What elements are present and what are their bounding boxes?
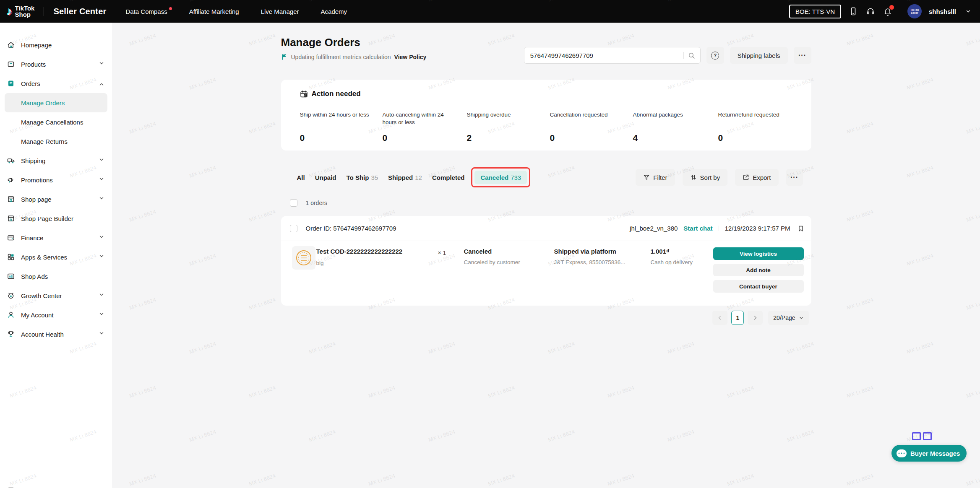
tracking-number[interactable]: J&T Express, 8550075836... [554, 259, 626, 265]
sidebar-item-shop-ads[interactable]: AD Shop Ads [0, 267, 112, 286]
start-chat-link[interactable]: Start chat [683, 225, 712, 232]
tab-shipped[interactable]: Shipped12 [388, 174, 422, 181]
chevron-down-icon [99, 157, 104, 164]
help-button[interactable]: ? [706, 47, 724, 64]
tab-completed[interactable]: Completed [432, 174, 465, 181]
sidebar-item-help-center[interactable]: ? Help Center [0, 481, 112, 488]
chevron-down-icon[interactable] [963, 6, 973, 16]
chevron-down-icon [99, 311, 104, 319]
megaphone-icon [7, 176, 15, 184]
storefront-icon [7, 195, 15, 203]
calendar-clock-icon [300, 90, 308, 98]
order-logistics-column: Shipped via platform J&T Express, 855007… [554, 248, 626, 265]
sidebar-item-shop-page-builder[interactable]: Shop Page Builder [0, 209, 112, 228]
support-headset-icon[interactable] [865, 6, 876, 16]
export-button[interactable]: Export [735, 169, 778, 186]
nav-affiliate-marketing[interactable]: Affiliate Marketing [189, 8, 239, 15]
toolbar-more-button[interactable]: ··· [786, 169, 803, 186]
seller-center-title[interactable]: Seller Center [53, 7, 106, 16]
credit-card-icon [7, 234, 15, 242]
more-icon: ··· [798, 52, 806, 59]
products-icon [7, 60, 15, 68]
order-checkbox[interactable] [290, 225, 297, 232]
metric-shipping-overdue[interactable]: Shipping overdue 2 [467, 111, 542, 119]
ad-badge-icon: AD [7, 272, 15, 280]
product-quantity: × 1 [438, 249, 446, 256]
tab-all[interactable]: All [297, 174, 305, 181]
sidebar-item-apps-services[interactable]: Apps & Services [0, 247, 112, 267]
chat-bubble-icon [897, 449, 907, 457]
mobile-app-icon[interactable] [848, 6, 858, 16]
filter-button[interactable]: Filter [636, 169, 675, 186]
nav-academy[interactable]: Academy [321, 8, 347, 15]
orders-count: 1 orders [306, 200, 327, 206]
nav-live-manager[interactable]: Live Manager [261, 8, 299, 15]
product-image[interactable] [292, 246, 315, 270]
tab-to-ship[interactable]: To Ship35 [347, 174, 378, 181]
bookmark-icon[interactable] [796, 224, 805, 233]
sidebar-item-my-account[interactable]: My Account [0, 305, 112, 324]
orders-icon [7, 79, 15, 88]
next-page-button[interactable] [748, 311, 763, 325]
sidebar-item-shop-page[interactable]: Shop page [0, 189, 112, 209]
page: ♪ TikTok Shop Seller Center Data Compass… [0, 0, 980, 488]
add-note-button[interactable]: Add note [713, 264, 804, 276]
topbar-right: BOE: TTS-VN TikTok Seller shhshslll [789, 0, 973, 23]
shipping-method: Shipped via platform [554, 248, 626, 255]
metric-abnormal-packages[interactable]: Abnormal packages 4 [633, 111, 709, 119]
sidebar-item-growth-center[interactable]: Growth Center [0, 286, 112, 305]
select-all-checkbox[interactable] [290, 199, 297, 207]
product-name[interactable]: Test COD-2222222222222222 [316, 248, 434, 255]
sidebar-item-promotions[interactable]: Promotions [0, 170, 112, 189]
sidebar-item-manage-orders[interactable]: Manage Orders [5, 93, 107, 112]
prev-page-button[interactable] [712, 311, 727, 325]
truck-icon [7, 156, 15, 165]
trophy-icon [7, 330, 15, 338]
sidebar-item-manage-cancellations[interactable]: Manage Cancellations [0, 112, 112, 132]
topbar-separator [900, 8, 900, 14]
metric-cancellation-requested[interactable]: Cancellation requested 0 [550, 111, 626, 119]
announcement-bar: Updating fulfillment metrics calculation… [281, 54, 427, 60]
buyer-name[interactable]: jhl_boe2_vn_380 [630, 225, 678, 232]
shipping-labels-button[interactable]: Shipping labels [730, 47, 788, 64]
metric-auto-canceling[interactable]: Auto-canceling within 24 hours or less 0 [383, 111, 458, 126]
sidebar-item-products[interactable]: Products [0, 55, 112, 74]
sidebar: Homepage Products Orders Manage Orders M… [0, 23, 112, 488]
tab-canceled[interactable]: Canceled 733 [474, 171, 527, 184]
nav-data-compass[interactable]: Data Compass [125, 8, 167, 15]
sidebar-item-account-health[interactable]: Account Health [0, 324, 112, 344]
sidebar-item-finance[interactable]: Finance [0, 228, 112, 247]
sort-arrows-icon [690, 174, 697, 181]
sidebar-item-shipping[interactable]: Shipping [0, 151, 112, 170]
page-size-select[interactable]: 20/Page [768, 311, 808, 325]
current-page[interactable]: 1 [731, 311, 744, 325]
avatar[interactable]: TikTok Seller [907, 4, 922, 18]
action-needed-title: Action needed [312, 90, 361, 98]
search-input[interactable] [529, 52, 679, 60]
sidebar-item-homepage[interactable]: Homepage [0, 35, 112, 55]
search-icon[interactable] [688, 52, 695, 59]
view-policy-link[interactable]: View Policy [394, 54, 427, 60]
chevron-down-icon [99, 176, 104, 184]
sort-button[interactable]: Sort by [683, 169, 728, 186]
topbar-divider [44, 7, 44, 16]
metric-ship-within-24h[interactable]: Ship within 24 hours or less 0 [300, 111, 375, 119]
username[interactable]: shhshslll [929, 8, 956, 15]
tab-unpaid[interactable]: Unpaid [315, 174, 336, 181]
sidebar-item-orders[interactable]: Orders [0, 74, 112, 93]
contact-buyer-button[interactable]: Contact buyer [713, 280, 804, 293]
order-search-box[interactable] [524, 47, 701, 64]
cod-seal-image [296, 250, 311, 265]
metric-return-refund[interactable]: Return/refund requested 0 [718, 111, 794, 119]
chevron-down-icon [99, 60, 104, 68]
widget-squares-icon[interactable] [912, 432, 932, 440]
env-badge[interactable]: BOE: TTS-VN [789, 5, 841, 18]
sidebar-item-manage-returns[interactable]: Manage Returns [0, 132, 112, 151]
main-content: Manage Orders Updating fulfillment metri… [112, 23, 980, 488]
view-logistics-button[interactable]: View logistics [713, 247, 804, 260]
tiktok-shop-logo[interactable]: ♪ TikTok Shop [7, 5, 34, 18]
search-divider [683, 52, 684, 59]
header-more-button[interactable]: ··· [794, 47, 811, 64]
notifications-bell-icon[interactable] [883, 6, 893, 16]
buyer-messages-button[interactable]: Buyer Messages [891, 445, 967, 462]
